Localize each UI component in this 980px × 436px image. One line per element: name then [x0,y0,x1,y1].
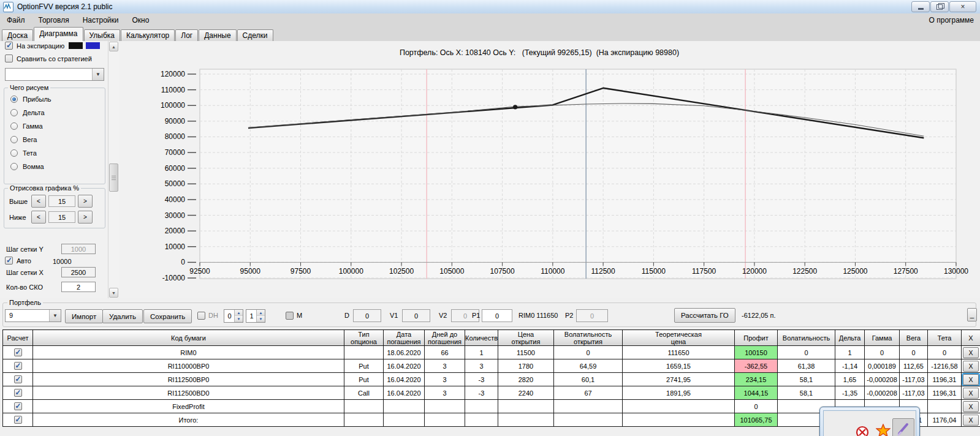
tab-smile[interactable]: Улыбка [84,29,121,41]
remove-row-button[interactable]: X [963,374,979,385]
dh-spinner-2[interactable]: 1 ▲▼ [246,309,265,323]
v2-label: V2 [439,312,447,319]
tab-log[interactable]: Лог [175,29,198,41]
scroll-down-icon[interactable]: ▼ [109,288,118,298]
row-calc-checkbox[interactable] [14,362,22,370]
p2-input[interactable]: 0 [576,309,608,322]
dh-spinner-1[interactable]: 0 ▲▼ [224,309,243,323]
row-calc-checkbox[interactable] [14,375,22,383]
row-calc-checkbox[interactable] [14,389,22,397]
menu-item-trading[interactable]: Торговля [32,13,76,28]
tab-deals[interactable]: Сделки [237,29,273,41]
d-input[interactable]: 0 [353,309,381,322]
remove-row-button[interactable]: X [963,388,979,399]
calc-go-button[interactable]: Рассчитать ГО [674,308,735,323]
menu-item-window[interactable]: Окно [126,13,156,28]
row-calc-checkbox[interactable] [14,348,22,356]
col-header-13[interactable]: Вега [900,330,928,346]
m-checkbox[interactable] [286,312,294,320]
app-window: { "window": {"title": "OptionFVV версия … [0,0,980,436]
portfolio-select[interactable]: 9 ▼ [5,309,61,322]
compare-strategy-checkbox[interactable] [5,55,13,62]
tab-calculator[interactable]: Калькулятор [121,29,175,41]
menu-item-about[interactable]: О программе [929,13,974,28]
above-increase-button[interactable]: > [78,195,93,208]
row-calc-checkbox[interactable] [14,416,22,424]
menu-item-file[interactable]: Файл [0,13,32,28]
cell-quantity: -3 [465,373,498,386]
expiration-color-swatch[interactable] [69,42,83,49]
import-button[interactable]: Импорт [65,309,103,323]
above-value[interactable]: 15 [48,195,75,207]
tab-board[interactable]: Доска [2,29,33,41]
radio-profit[interactable]: Прибыль [10,96,51,103]
radio-gamma[interactable]: Гамма [10,122,43,130]
menu-item-settings[interactable]: Настройки [76,13,126,28]
col-header-15[interactable]: X [962,330,980,346]
col-header-0[interactable]: Расчет [3,330,33,346]
remove-row-button[interactable]: X [963,347,979,358]
remove-row-button[interactable]: X [963,415,979,426]
expiration-checkbox[interactable] [5,42,13,50]
restore-button[interactable] [930,1,949,12]
above-decrease-button[interactable]: < [31,195,46,208]
scrollbar-thumb[interactable] [109,164,118,192]
col-header-6[interactable]: Цена открытия [498,330,554,346]
profit-chart[interactable]: 9250095000975001000001025001050001075001… [0,41,980,298]
delete-button[interactable]: Удалить [102,309,143,323]
x-tick-label: 122500 [792,267,817,276]
v1-input[interactable]: 0 [402,309,430,322]
grid-step-y-input[interactable]: 1000 [61,244,96,254]
spinner-up-icon[interactable]: ▲ [235,310,243,316]
col-header-7[interactable]: Волатильность открытия [554,330,623,346]
dh-checkbox[interactable] [197,312,205,320]
cell-open-volatility: 60,1 [554,373,623,386]
col-header-5[interactable]: Количество [465,330,498,346]
close-button[interactable]: × [949,1,976,12]
grid-step-x-input[interactable]: 2500 [61,267,96,277]
sko-count-input[interactable]: 2 [61,282,96,292]
auto-grid-checkbox[interactable] [5,257,13,265]
save-button[interactable]: Сохранить [143,309,192,323]
spinner-down-icon[interactable]: ▼ [257,316,265,322]
col-header-9[interactable]: Профит [735,330,778,346]
spinner-down-icon[interactable]: ▼ [235,316,243,322]
below-value[interactable]: 15 [48,211,75,223]
col-header-10[interactable]: Волатильность [778,330,835,346]
floating-popup [819,407,920,436]
radio-vega[interactable]: Вега [10,136,37,143]
below-increase-button[interactable]: > [78,211,93,224]
brush-icon[interactable] [892,418,914,436]
tab-diagram[interactable]: Диаграмма [34,27,83,41]
radio-theta[interactable]: Тета [10,149,37,157]
remove-row-button[interactable]: X [963,361,979,372]
col-header-8[interactable]: Теоретическая цена [623,330,735,346]
radio-delta-label: Дельта [23,109,45,116]
restore-icon [936,4,943,10]
current-color-swatch[interactable] [86,42,100,49]
strategy-select[interactable]: ▼ [5,68,104,81]
col-header-1[interactable]: Код бумаги [33,330,344,346]
col-header-3[interactable]: Дата погашения [384,330,425,346]
tab-strip: ДоскаДиаграммаУлыбкаКалькуляторЛогДанные… [0,28,980,41]
tab-data[interactable]: Данные [199,29,236,41]
remove-row-button[interactable]: X [963,401,979,412]
col-header-4[interactable]: Дней до погашения [425,330,465,346]
minimize-button[interactable] [911,1,930,12]
col-header-11[interactable]: Дельта [835,330,865,346]
row-calc-checkbox[interactable] [14,402,22,410]
spinner-up-icon[interactable]: ▲ [257,310,265,316]
panel-collapse-button[interactable]: _ [967,308,977,321]
star-icon[interactable] [874,422,892,436]
col-header-14[interactable]: Тета [928,330,962,346]
scroll-up-icon[interactable]: ▲ [109,42,118,51]
below-decrease-button[interactable]: < [31,211,46,224]
p1-input[interactable]: 0 [482,309,512,322]
radio-vomma[interactable]: Вомма [10,163,44,170]
cancel-icon[interactable] [853,423,872,436]
table-row: RI112500BP0Put16.04.20203-3282060,12741,… [3,373,980,386]
col-header-2[interactable]: Тип опциона [344,330,384,346]
sidebar-scrollbar[interactable]: ▲ ▼ [108,41,119,298]
radio-delta[interactable]: Дельта [10,109,45,116]
col-header-12[interactable]: Гамма [865,330,900,346]
